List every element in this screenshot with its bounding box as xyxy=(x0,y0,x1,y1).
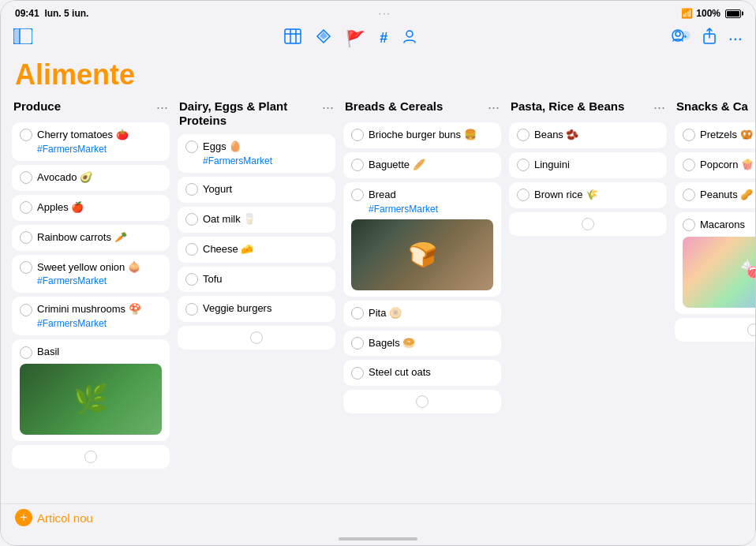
item-card[interactable]: Veggie burgers xyxy=(178,296,335,322)
add-circle-icon xyxy=(582,218,594,230)
item-row: Brown rice 🌾 xyxy=(517,189,659,202)
item-checkbox[interactable] xyxy=(185,273,198,286)
home-indicator xyxy=(1,534,755,545)
item-checkbox[interactable] xyxy=(185,303,198,316)
sidebar-toggle-icon[interactable] xyxy=(13,28,32,48)
item-row: Sweet yellow onion 🧅 xyxy=(20,261,162,275)
item-row: Basil xyxy=(20,346,162,359)
item-card[interactable]: Cherry tomatoes 🍅#FarmersMarket xyxy=(12,122,170,161)
item-card[interactable]: Peanuts 🥜 xyxy=(675,182,755,208)
item-card[interactable]: Eggs 🥚#FarmersMarket xyxy=(178,134,335,173)
item-text: Apples 🍎 xyxy=(37,201,84,215)
navigation-icon[interactable] xyxy=(316,28,331,48)
item-checkbox[interactable] xyxy=(185,213,198,226)
item-checkbox[interactable] xyxy=(185,140,198,153)
item-row: Avocado 🥑 xyxy=(20,171,162,185)
item-checkbox[interactable] xyxy=(185,243,198,256)
item-checkbox[interactable] xyxy=(20,231,32,244)
column-more-produce[interactable]: ··· xyxy=(153,99,168,116)
column-more-pasta[interactable]: ··· xyxy=(650,99,665,116)
add-icon: + xyxy=(15,509,32,526)
item-checkbox[interactable] xyxy=(20,304,32,316)
item-card[interactable]: Tofu xyxy=(178,267,335,293)
item-card[interactable]: Yogurt xyxy=(178,177,335,203)
add-item-empty[interactable] xyxy=(675,318,755,342)
column-more-dairy[interactable]: ··· xyxy=(319,99,334,116)
item-card[interactable]: Bread#FarmersMarket🍞 xyxy=(343,182,501,297)
item-checkbox[interactable] xyxy=(351,189,364,201)
item-tag[interactable]: #FarmersMarket xyxy=(37,144,162,155)
share-icon[interactable] xyxy=(702,28,717,49)
item-checkbox[interactable] xyxy=(20,346,32,359)
main-content[interactable]: Produce···Cherry tomatoes 🍅#FarmersMarke… xyxy=(1,99,755,503)
profile-icon[interactable]: + xyxy=(670,28,691,48)
column-items-produce: Cherry tomatoes 🍅#FarmersMarketAvocado 🥑… xyxy=(12,122,170,496)
item-card[interactable]: Crimini mushrooms 🍄#FarmersMarket xyxy=(12,297,170,335)
add-item-empty[interactable] xyxy=(12,445,170,469)
add-item-button[interactable]: + Articol nou xyxy=(15,509,93,526)
item-card[interactable]: Macarons🍬 xyxy=(675,212,755,314)
add-item-empty[interactable] xyxy=(178,326,335,350)
person-icon[interactable] xyxy=(402,28,417,48)
add-circle-icon xyxy=(747,323,755,336)
item-checkbox[interactable] xyxy=(351,367,364,380)
item-card[interactable]: Bagels 🥯 xyxy=(343,331,501,357)
item-card[interactable]: Pita 🫓 xyxy=(343,301,501,327)
item-checkbox[interactable] xyxy=(351,337,364,350)
column-more-breads[interactable]: ··· xyxy=(485,99,500,116)
column-title-dairy: Dairy, Eggs & Plant Proteins xyxy=(179,99,319,128)
item-card[interactable]: Baguette 🥖 xyxy=(343,152,501,178)
item-card[interactable]: Linguini xyxy=(509,152,667,178)
item-tag[interactable]: #FarmersMarket xyxy=(369,204,493,215)
item-checkbox[interactable] xyxy=(683,189,695,201)
item-checkbox[interactable] xyxy=(683,129,695,141)
item-card[interactable]: Sweet yellow onion 🧅#FarmersMarket xyxy=(12,255,170,294)
item-card[interactable]: Steel cut oats xyxy=(343,360,501,386)
item-card[interactable]: Rainbow carrots 🥕 xyxy=(12,225,170,251)
column-title-snacks: Snacks & Ca xyxy=(676,99,755,114)
columns-wrapper: Produce···Cherry tomatoes 🍅#FarmersMarke… xyxy=(12,99,755,496)
add-item-empty[interactable] xyxy=(509,212,667,236)
toolbar: 🚩 # + xyxy=(1,24,755,54)
item-tag[interactable]: #FarmersMarket xyxy=(37,318,162,329)
item-checkbox[interactable] xyxy=(517,189,530,201)
item-text: Cheese 🧀 xyxy=(203,243,253,256)
item-row: Macarons xyxy=(683,219,755,232)
item-checkbox[interactable] xyxy=(683,159,695,171)
item-checkbox[interactable] xyxy=(351,129,364,141)
item-text: Eggs 🥚 xyxy=(203,140,241,154)
item-tag[interactable]: #FarmersMarket xyxy=(37,275,162,286)
item-checkbox[interactable] xyxy=(20,261,32,274)
item-checkbox[interactable] xyxy=(20,201,32,214)
add-item-empty[interactable] xyxy=(343,390,501,413)
column-title-produce: Produce xyxy=(13,99,153,114)
item-card[interactable]: Beans 🫘 xyxy=(509,122,667,148)
flag-icon[interactable]: 🚩 xyxy=(346,29,365,48)
item-checkbox[interactable] xyxy=(20,129,32,141)
item-card[interactable]: Brioche burger buns 🍔 xyxy=(343,122,501,148)
item-checkbox[interactable] xyxy=(185,183,198,196)
item-text: Tofu xyxy=(203,273,223,286)
item-checkbox[interactable] xyxy=(351,307,364,320)
hashtag-icon[interactable]: # xyxy=(380,30,387,47)
item-text: Bread xyxy=(369,189,396,202)
item-card[interactable]: Popcorn 🍿 xyxy=(675,152,755,178)
item-checkbox[interactable] xyxy=(683,219,695,231)
item-checkbox[interactable] xyxy=(517,159,530,171)
item-card[interactable]: Cheese 🧀 xyxy=(178,237,335,263)
table-icon[interactable] xyxy=(284,28,301,48)
item-card[interactable]: Brown rice 🌾 xyxy=(509,182,667,208)
status-dots: ··· xyxy=(379,8,391,19)
item-card[interactable]: Basil🌿 xyxy=(12,339,170,441)
item-checkbox[interactable] xyxy=(517,129,530,141)
item-tag[interactable]: #FarmersMarket xyxy=(203,155,327,166)
item-card[interactable]: Apples 🍎 xyxy=(12,195,170,221)
item-text: Avocado 🥑 xyxy=(37,171,92,185)
status-bar: 09:41 lun. 5 iun. ··· 📶 100% xyxy=(1,1,755,24)
more-icon[interactable]: ··· xyxy=(728,28,743,49)
item-card[interactable]: Oat milk 🥛 xyxy=(178,207,335,233)
item-checkbox[interactable] xyxy=(20,171,32,184)
item-checkbox[interactable] xyxy=(351,159,364,171)
item-card[interactable]: Avocado 🥑 xyxy=(12,165,170,191)
item-card[interactable]: Pretzels 🥨 xyxy=(675,122,755,148)
